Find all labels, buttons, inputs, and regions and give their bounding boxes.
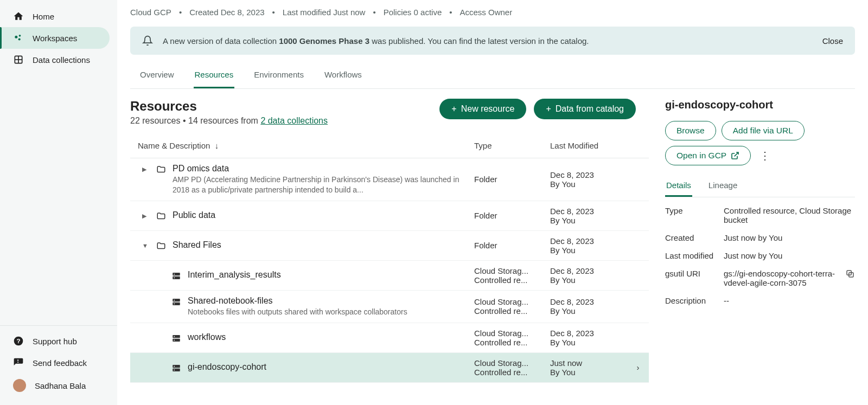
resources-table: Name & Description ↓ Type Last Modified … <box>130 131 649 383</box>
resource-modified: Dec 8, 2023By You <box>546 230 627 260</box>
sidebar: Home Workspaces Data collections ? Suppo… <box>0 0 117 405</box>
svg-rect-20 <box>173 365 180 368</box>
svg-rect-8 <box>173 273 180 275</box>
user-profile[interactable]: Sadhana Bala <box>0 374 117 397</box>
resource-title: Shared-notebook-files <box>188 296 465 306</box>
svg-point-2 <box>18 38 21 40</box>
table-row[interactable]: ▶Public dataFolderDec 8, 2023By You <box>130 201 649 230</box>
svg-rect-16 <box>173 335 180 338</box>
expand-toggle[interactable]: ▶ <box>142 210 150 220</box>
add-file-url-button[interactable]: Add file via URL <box>722 121 805 140</box>
workspaces-icon <box>13 33 24 43</box>
new-resource-button[interactable]: + New resource <box>439 99 526 119</box>
table-row[interactable]: Interim_analysis_resultsCloud Storag...C… <box>130 260 649 290</box>
banner-text: A new version of data collection 1000 Ge… <box>163 36 813 46</box>
resource-modified: Dec 8, 2023By You <box>546 158 627 201</box>
detail-label: Created <box>665 233 719 242</box>
col-modified[interactable]: Last Modified <box>546 131 627 158</box>
plus-icon: + <box>546 104 551 114</box>
table-row[interactable]: Shared-notebook-filesNotebooks files wit… <box>130 290 649 323</box>
nav-label: Home <box>33 12 54 21</box>
svg-point-11 <box>174 277 175 278</box>
svg-rect-13 <box>173 303 180 305</box>
tab-workflows[interactable]: Workflows <box>323 62 363 88</box>
support-hub-link[interactable]: ? Support hub <box>0 330 117 352</box>
resource-title: Interim_analysis_results <box>188 270 465 280</box>
nav-label: Data collections <box>33 55 90 65</box>
expand-toggle <box>157 270 165 272</box>
svg-point-0 <box>15 36 17 38</box>
open-in-gcp-button[interactable]: Open in GCP <box>665 146 751 165</box>
copy-icon[interactable] <box>842 269 855 287</box>
resource-type: Cloud Storag...Controlled re... <box>470 323 546 352</box>
detail-value: Just now by You <box>724 251 855 260</box>
svg-rect-12 <box>173 299 180 301</box>
detail-value: Just now by You <box>724 233 855 242</box>
feedback-icon <box>13 357 24 368</box>
svg-point-18 <box>174 336 175 337</box>
workspace-meta: Cloud GCP• Created Dec 8, 2023• Last mod… <box>130 0 855 27</box>
svg-point-19 <box>174 339 175 340</box>
table-row[interactable]: ▶PD omics dataAMP PD (Accelerating Medic… <box>130 158 649 201</box>
resource-type: Cloud Storag...Controlled re... <box>470 260 546 290</box>
svg-point-10 <box>174 274 175 275</box>
send-feedback-link[interactable]: Send feedback <box>0 352 117 374</box>
resource-desc: Notebooks files with outputs shared with… <box>188 307 465 317</box>
resource-modified: Dec 8, 2023By You <box>546 201 627 230</box>
browse-button[interactable]: Browse <box>665 121 716 140</box>
expand-toggle <box>157 296 165 298</box>
tab-overview[interactable]: Overview <box>139 62 175 88</box>
detail-row: Description-- <box>665 296 855 305</box>
detail-row: gsutil URIgs://gi-endoscopy-cohort-terra… <box>665 269 855 287</box>
table-row[interactable]: ▼Shared FilesFolderDec 8, 2023By You <box>130 230 649 260</box>
storage-icon <box>170 362 182 373</box>
col-type[interactable]: Type <box>470 131 546 158</box>
data-from-catalog-button[interactable]: + Data from catalog <box>534 99 636 119</box>
detail-value: -- <box>724 296 855 305</box>
resource-modified: Just nowBy You <box>546 352 627 382</box>
panel-tab-lineage[interactable]: Lineage <box>707 175 738 197</box>
detail-label: Description <box>665 296 719 305</box>
grid-icon <box>13 54 24 65</box>
nav-workspaces[interactable]: Workspaces <box>0 27 110 49</box>
resource-title: PD omics data <box>173 164 465 173</box>
nav-data-collections[interactable]: Data collections <box>0 49 110 70</box>
detail-label: Type <box>665 206 719 224</box>
bell-icon <box>142 35 153 46</box>
expand-toggle <box>157 332 165 335</box>
banner-close-button[interactable]: Close <box>822 36 843 46</box>
resource-desc: AMP PD (Accelerating Medicine Partnershi… <box>173 175 465 195</box>
data-collections-link[interactable]: 2 data collections <box>260 116 328 125</box>
storage-icon <box>170 270 182 281</box>
col-name[interactable]: Name & Description ↓ <box>130 131 470 158</box>
panel-title: gi-endoscopy-cohort <box>665 99 855 111</box>
details-panel: gi-endoscopy-cohort Browse Add file via … <box>649 89 855 405</box>
folder-icon <box>155 210 167 221</box>
resources-title: Resources <box>130 99 328 114</box>
svg-rect-17 <box>173 338 180 341</box>
panel-tab-details[interactable]: Details <box>665 175 692 197</box>
table-row[interactable]: gi-endoscopy-cohortCloud Storag...Contro… <box>130 352 649 382</box>
detail-label: gsutil URI <box>665 269 719 287</box>
detail-value: gs://gi-endoscopy-cohort-terra-vdevel-ag… <box>724 269 838 287</box>
tab-resources[interactable]: Resources <box>194 62 235 88</box>
resource-modified: Dec 8, 2023By You <box>546 290 627 323</box>
resource-title: workflows <box>188 332 465 342</box>
svg-text:?: ? <box>16 337 20 344</box>
nav-home[interactable]: Home <box>0 5 110 27</box>
table-row[interactable]: workflowsCloud Storag...Controlled re...… <box>130 323 649 352</box>
tab-environments[interactable]: Environments <box>253 62 305 88</box>
detail-value: Controlled resource, Cloud Storage bucke… <box>724 206 855 224</box>
detail-row: TypeControlled resource, Cloud Storage b… <box>665 206 855 224</box>
more-menu-icon[interactable]: ⋮ <box>756 146 774 165</box>
svg-rect-21 <box>173 368 180 371</box>
resource-title: gi-endoscopy-cohort <box>188 362 465 372</box>
resource-type: Cloud Storag...Controlled re... <box>470 352 546 382</box>
home-icon <box>13 11 24 22</box>
storage-icon <box>170 296 182 307</box>
detail-row: CreatedJust now by You <box>665 233 855 242</box>
expand-toggle[interactable]: ▶ <box>142 164 150 173</box>
chevron-right-icon: › <box>637 363 640 372</box>
resource-modified: Dec 8, 2023By You <box>546 260 627 290</box>
expand-toggle[interactable]: ▼ <box>142 240 150 249</box>
